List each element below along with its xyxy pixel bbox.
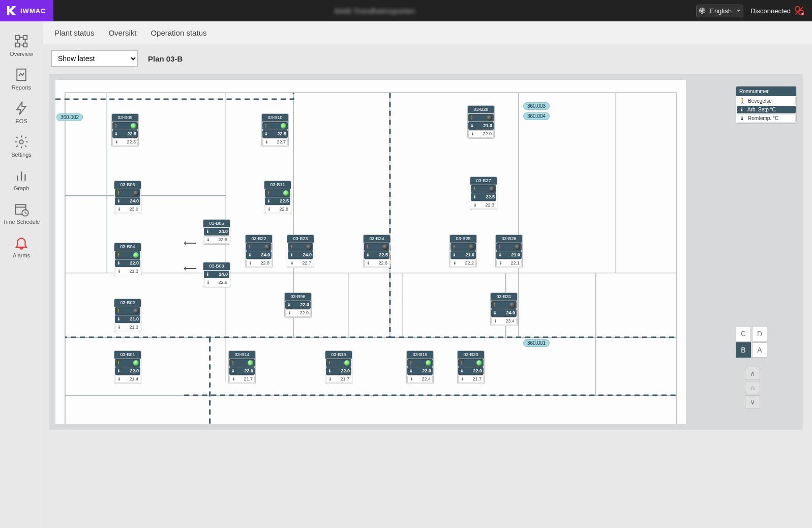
room-card[interactable]: 03-B28🚶🌡21.0🌡22.0 (467, 105, 495, 139)
legend-setp-label: Arb. Setp °C (747, 107, 776, 112)
zone-button-b[interactable]: B (736, 342, 751, 358)
room-setpoint-row: 🌡22.0 (115, 367, 140, 375)
room-id: 03-B04 (114, 243, 141, 251)
plan-title: Plan 03-B (148, 54, 183, 63)
room-setpoint-value: 24.0 (498, 311, 517, 315)
legend-temp-label: Romtemp. °C (748, 115, 778, 121)
room-setpoint-row: 🌡24.0 (204, 271, 229, 278)
room-temp-value: 23.0 (123, 207, 140, 212)
room-card[interactable]: 03-B11🚶🌡22.5🌡22.8 (264, 181, 291, 214)
room-card[interactable]: 03-B09🚶🌡22.5🌡22.3 (111, 113, 139, 147)
floor-down-button[interactable]: ∨ (745, 395, 760, 408)
person-icon: 🚶 (115, 252, 122, 258)
room-setpoint-row: 🌡22.0 (115, 259, 140, 267)
room-card[interactable]: 03-B06🚶🌡24.0🌡23.0 (114, 181, 141, 214)
room-motion-row: 🚶 (115, 359, 140, 367)
room-temp-row: 🌡22.8 (246, 259, 272, 267)
person-icon: 🚶 (115, 308, 122, 314)
svg-rect-7 (23, 43, 27, 47)
room-setpoint-row: 🌡22.0 (285, 301, 311, 309)
zone-button-c[interactable]: C (736, 326, 751, 341)
thermometer-icon: 🌡 (738, 107, 745, 112)
room-motion-row: 🚶 (115, 189, 140, 197)
floorplan[interactable]: ⟵ ⟵ 360.002360.003360.004360.00103-B09🚶🌡… (55, 80, 686, 424)
room-card[interactable]: 03-B03🌡24.0🌡22.6 (203, 262, 230, 287)
nav-graph[interactable]: Graph (0, 163, 43, 196)
room-temp-row: 🌡21.7 (326, 375, 351, 383)
room-id: 03-B96 (285, 293, 311, 301)
room-card[interactable]: 03-B22🚶🌡24.0🌡22.8 (245, 234, 273, 268)
room-motion-row: 🚶 (496, 243, 522, 251)
room-temp-value: 21.4 (123, 377, 140, 382)
room-setpoint-row: 🌡22.5 (265, 197, 290, 205)
floor-home-button[interactable]: ⌂ (745, 381, 760, 394)
room-card[interactable]: 03-B19🚶🌡22.0🌡22.4 (406, 350, 434, 384)
zone-tag: 360.002 (56, 113, 83, 121)
room-card[interactable]: 03-B25🚶🌡21.0🌡22.2 (449, 234, 477, 268)
thermometer-icon: 🌡 (450, 252, 458, 258)
room-setpoint-value: 22.5 (371, 253, 389, 257)
nav-eos[interactable]: EOS (0, 96, 43, 129)
nav-reports[interactable]: Reports (0, 62, 43, 96)
room-motion-row: 🚶 (262, 122, 288, 130)
motion-led-icon (382, 244, 388, 250)
nav-overview-label: Overview (10, 51, 33, 57)
room-card[interactable]: 03-B26🚶🌡21.0🌡22.1 (495, 234, 523, 268)
room-card[interactable]: 03-B02🚶🌡21.0🌡21.3 (114, 299, 141, 332)
room-card[interactable]: 03-B96🌡22.0🌡22.0 (284, 292, 312, 318)
thermometer-icon: 🌡 (288, 252, 295, 258)
room-card[interactable]: 03-B14🚶🌡22.0🌡21.7 (228, 350, 256, 384)
zone-button-d[interactable]: D (752, 326, 767, 341)
room-card[interactable]: 03-B05🌡24.0🌡22.6 (203, 219, 230, 245)
thermometer-icon: 🌡 (458, 368, 465, 374)
room-card[interactable]: 03-B20🚶🌡22.0🌡21.7 (457, 350, 485, 384)
room-temp-value: 22.3 (478, 203, 496, 208)
nav-eos-label: EOS (15, 118, 27, 124)
room-card[interactable]: 03-B27🚶🌡22.5🌡22.3 (470, 177, 497, 210)
brand[interactable]: IWMAC (0, 0, 53, 21)
person-icon: 🚶 (112, 123, 119, 129)
room-card[interactable]: 03-B04🚶🌡22.0🌡21.3 (114, 243, 141, 276)
tab-operation-status[interactable]: Operation status (151, 28, 206, 37)
tab-oversikt[interactable]: Oversikt (108, 28, 136, 37)
room-setpoint-row: 🌡24.0 (288, 251, 313, 259)
room-card[interactable]: 03-B31🚶🌡24.0🌡23.4 (490, 292, 518, 326)
nav-settings[interactable]: Settings (0, 129, 43, 163)
connection-status: Disconnected (750, 5, 805, 16)
person-icon: 🚶 (407, 360, 414, 366)
room-id: 03-B22 (246, 235, 272, 243)
thermometer-icon: 🌡 (451, 260, 458, 267)
room-id: 03-B25 (450, 235, 476, 243)
thermometer-icon: 🌡 (204, 279, 212, 286)
thermometer-icon: 🌡 (408, 376, 415, 383)
zone-button-a[interactable]: A (752, 342, 767, 358)
room-setpoint-value: 24.0 (253, 253, 272, 257)
room-card[interactable]: 03-B24🚶🌡22.5🌡22.6 (363, 234, 390, 268)
svg-line-22 (25, 213, 27, 214)
thermometer-icon: 🌡 (229, 368, 236, 374)
thermometer-icon: 🌡 (739, 115, 746, 121)
room-temp-row: 🌡22.7 (288, 259, 313, 267)
motion-led-icon (509, 302, 515, 308)
room-setpoint-row: 🌡22.5 (262, 130, 288, 138)
legend-motion-label: Bevegelse (748, 98, 772, 104)
language-select[interactable]: English (696, 5, 743, 17)
nav-time-schedule[interactable]: Time Schedule (0, 196, 43, 230)
room-temp-row: 🌡22.0 (468, 130, 494, 138)
room-motion-row: 🚶 (229, 359, 255, 367)
nav-overview[interactable]: Overview (0, 28, 43, 62)
room-setpoint-value: 22.0 (292, 303, 311, 307)
motion-led-icon (344, 360, 350, 366)
room-card[interactable]: 03-B01🚶🌡22.0🌡21.4 (114, 350, 141, 384)
thermometer-icon: 🌡 (115, 376, 123, 383)
room-id: 03-B02 (114, 299, 141, 307)
room-setpoint-row: 🌡21.0 (468, 122, 494, 130)
show-latest-select[interactable]: Show latest (51, 50, 138, 67)
room-card[interactable]: 03-B23🚶🌡24.0🌡22.7 (287, 234, 314, 268)
nav-alarms[interactable]: Alarms (0, 230, 43, 263)
room-card[interactable]: 03-B10🚶🌡22.5🌡22.7 (261, 113, 289, 147)
tab-plant-status[interactable]: Plant status (54, 28, 94, 37)
room-setpoint-value: 22.0 (236, 369, 255, 373)
floor-up-button[interactable]: ∧ (745, 367, 760, 380)
room-card[interactable]: 03-B16🚶🌡22.0🌡21.7 (325, 350, 352, 384)
